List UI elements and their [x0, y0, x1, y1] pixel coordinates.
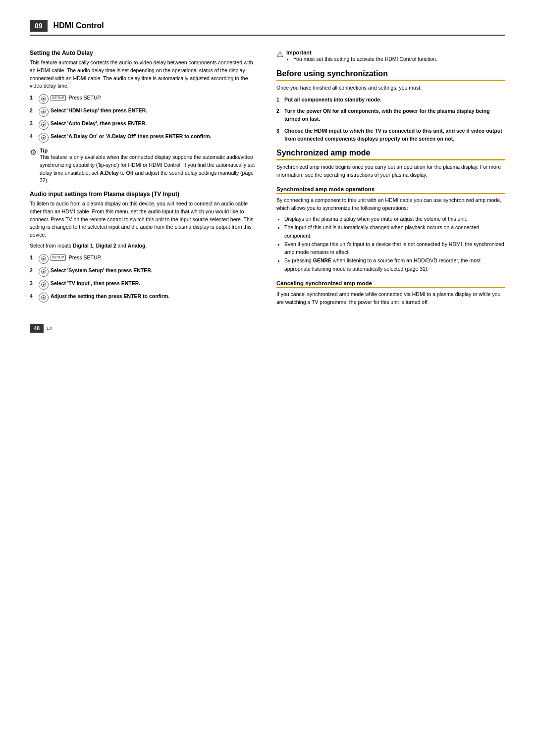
chapter-number: 09 — [30, 20, 48, 32]
before-step-2: 2 Turn the power ON for all components, … — [276, 107, 505, 123]
important-content: Important You must set this setting to a… — [286, 50, 437, 63]
step-3-text: Select 'Auto Delay', then press ENTER. — [51, 120, 259, 128]
step-2: 2 Select 'HDMI Setup' then press ENTER. — [30, 107, 259, 117]
before-step-num-2: 2 — [276, 107, 284, 115]
audio-step-num-1: 1 — [30, 254, 37, 262]
operations-item-4: By pressing GENRE when listening to a so… — [284, 256, 505, 273]
important-list: You must set this setting to activate th… — [286, 55, 437, 63]
page-number-area: 48 En — [30, 324, 505, 333]
tip-content: Tip This feature is only available when … — [40, 148, 259, 185]
sync-amp-heading: Synchronized amp mode — [276, 149, 505, 160]
before-step-num-1: 1 — [276, 96, 284, 104]
page-header: 09 HDMI Control — [30, 20, 505, 36]
warning-icon: ⚠ — [276, 50, 283, 59]
audio-step-num-4: 4 — [30, 293, 37, 301]
sync-amp-operations-intro: By connecting a component to this unit w… — [276, 197, 505, 212]
audio-step-2: 2 Select 'System Setup' then press ENTER… — [30, 267, 259, 277]
audio-input-steps: 1 SETUP Press SETUP. 2 S — [30, 254, 259, 302]
main-content: Setting the Auto Delay This feature auto… — [30, 50, 505, 312]
setting-auto-delay-body: This feature automatically corrects the … — [30, 59, 259, 90]
step-num-3: 3 — [30, 120, 37, 128]
before-step-2-text: Turn the power ON for all components, wi… — [284, 107, 505, 123]
audio-setup-icon — [39, 254, 49, 264]
important-box: ⚠ Important You must set this setting to… — [276, 50, 505, 63]
audio-step-2-text: Select 'System Setup' then press ENTER. — [51, 267, 259, 275]
step-2-text: Select 'HDMI Setup' then press ENTER. — [51, 107, 259, 115]
audio-input-select: Select from inputs Digital 1, Digital 2 … — [30, 242, 259, 250]
audio-enter-icon-3 — [39, 280, 49, 290]
audio-step-3: 3 Select 'TV Input', then press ENTER. — [30, 280, 259, 290]
chapter-title: HDMI Control — [54, 21, 104, 30]
audio-step-1: 1 SETUP Press SETUP. — [30, 254, 259, 264]
before-step-1: 1 Put all components into standby mode. — [276, 96, 505, 104]
enter-icon-4 — [39, 133, 49, 143]
important-item-1: You must set this setting to activate th… — [293, 55, 437, 63]
step-1: 1 SETUP Press SETUP. — [30, 94, 259, 104]
setting-auto-delay-section: Setting the Auto Delay This feature auto… — [30, 50, 259, 185]
sync-amp-body: Synchronized amp mode begins once you ca… — [276, 163, 505, 179]
page-lang: En — [47, 326, 52, 331]
tip-label: Tip — [40, 148, 259, 153]
audio-enter-icon-4 — [39, 293, 49, 302]
right-column: ⚠ Important You must set this setting to… — [276, 50, 505, 312]
page-number-badge: 48 — [30, 324, 44, 333]
audio-step-1-text: SETUP Press SETUP. — [51, 254, 259, 262]
before-sync-intro: Once you have finished all connections a… — [276, 84, 505, 92]
step-1-text: SETUP Press SETUP. — [51, 94, 259, 102]
tip-box: ⚙ Tip This feature is only available whe… — [30, 148, 259, 185]
left-column: Setting the Auto Delay This feature auto… — [30, 50, 259, 312]
audio-input-section: Audio input settings from Plasma display… — [30, 191, 259, 302]
before-sync-steps: 1 Put all components into standby mode. … — [276, 96, 505, 143]
sync-amp-operations-heading: Synchronized amp mode operations — [276, 186, 505, 194]
auto-delay-steps: 1 SETUP Press SETUP. 2 S — [30, 94, 259, 143]
canceling-body: If you cancel synchronized amp mode whil… — [276, 291, 505, 306]
tip-icon: ⚙ — [30, 148, 37, 157]
setting-auto-delay-heading: Setting the Auto Delay — [30, 50, 259, 56]
operations-item-2: The input of this unit is automatically … — [284, 223, 505, 240]
step-4: 4 Select 'A.Delay On' or 'A.Delay Off' t… — [30, 133, 259, 143]
enter-icon-3 — [39, 120, 49, 130]
step-num-1: 1 — [30, 94, 37, 102]
audio-enter-icon-2 — [39, 267, 49, 277]
step-num-2: 2 — [30, 107, 37, 115]
audio-input-heading: Audio input settings from Plasma display… — [30, 191, 259, 198]
before-step-3-text: Choose the HDMI input to which the TV is… — [284, 127, 505, 143]
audio-step-3-text: Select 'TV Input', then press ENTER. — [51, 280, 259, 288]
sync-amp-operations-list: Displays on the plasma display when you … — [276, 215, 505, 273]
audio-step-num-3: 3 — [30, 280, 37, 288]
before-step-num-3: 3 — [276, 127, 284, 135]
step-3: 3 Select 'Auto Delay', then press ENTER. — [30, 120, 259, 130]
canceling-heading: Canceling synchronized amp mode — [276, 280, 505, 288]
audio-step-4: 4 Adjust the setting then press ENTER to… — [30, 293, 259, 302]
audio-input-body: To listen to audio from a plasma display… — [30, 200, 259, 239]
before-step-1-text: Put all components into standby mode. — [284, 96, 505, 104]
step-num-4: 4 — [30, 133, 37, 141]
enter-icon-2 — [39, 107, 49, 117]
before-step-3: 3 Choose the HDMI input to which the TV … — [276, 127, 505, 143]
important-label: Important — [286, 50, 437, 55]
operations-item-3: Even if you change this unit's input to … — [284, 240, 505, 257]
operations-item-1: Displays on the plasma display when you … — [284, 215, 505, 223]
before-sync-heading: Before using synchronization — [276, 69, 505, 81]
audio-step-num-2: 2 — [30, 267, 37, 275]
before-sync-section: Before using synchronization Once you ha… — [276, 69, 505, 143]
sync-amp-section: Synchronized amp mode Synchronized amp m… — [276, 149, 505, 306]
audio-step-4-text: Adjust the setting then press ENTER to c… — [51, 293, 259, 301]
step-4-text: Select 'A.Delay On' or 'A.Delay Off' the… — [51, 133, 259, 141]
tip-text: This feature is only available when the … — [40, 153, 259, 185]
setup-icon-1 — [39, 94, 49, 104]
